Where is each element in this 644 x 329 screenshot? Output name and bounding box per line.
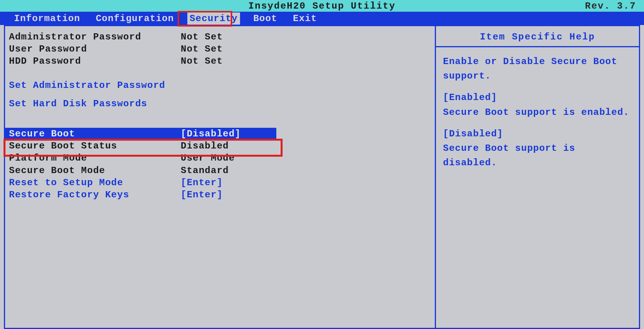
help-disabled-desc: Secure Boot support is disabled. — [443, 143, 575, 168]
secure-boot-status-value: Disabled — [181, 140, 229, 152]
secure-boot-status-label: Secure Boot Status — [9, 140, 181, 152]
main-panel: Administrator Password Not Set User Pass… — [5, 26, 436, 328]
secure-boot-mode-label: Secure Boot Mode — [9, 164, 181, 177]
link-set-hdd-passwords[interactable]: Set Hard Disk Passwords — [9, 98, 431, 110]
restore-factory-keys-value: [Enter] — [181, 189, 223, 201]
help-title: Item Specific Help — [436, 26, 639, 47]
row-platform-mode: Platform Mode User Mode — [9, 152, 431, 164]
tab-configuration[interactable]: Configuration — [93, 13, 176, 25]
row-admin-password: Administrator Password Not Set — [9, 31, 431, 43]
row-user-password: User Password Not Set — [9, 43, 431, 55]
set-hdd-passwords-label: Set Hard Disk Passwords — [9, 98, 181, 110]
set-admin-password-label: Set Administrator Password — [9, 79, 181, 91]
title-bar: InsydeH20 Setup Utility Rev. 3.7 — [0, 0, 644, 12]
revision-label: Rev. 3.7 — [585, 1, 644, 11]
help-body: Enable or Disable Secure Boot support. [… — [436, 47, 639, 184]
hdd-password-label: HDD Password — [9, 55, 181, 67]
user-password-label: User Password — [9, 43, 181, 55]
hdd-password-value: Not Set — [181, 55, 223, 67]
reset-setup-mode-label: Reset to Setup Mode — [9, 177, 181, 189]
admin-password-label: Administrator Password — [9, 31, 181, 43]
help-enabled: [Enabled] Secure Boot support is enabled… — [443, 90, 632, 119]
user-password-value: Not Set — [181, 43, 223, 55]
tab-exit[interactable]: Exit — [291, 13, 320, 25]
menu-bar: Information Configuration Security Boot … — [0, 12, 644, 25]
help-summary: Enable or Disable Secure Boot support. — [443, 54, 632, 83]
row-hdd-password: HDD Password Not Set — [9, 55, 431, 67]
admin-password-value: Not Set — [181, 31, 223, 43]
row-reset-setup-mode[interactable]: Reset to Setup Mode [Enter] — [9, 177, 431, 189]
secure-boot-mode-value: Standard — [181, 164, 229, 177]
help-disabled-label: [Disabled] — [443, 129, 503, 139]
secure-boot-label: Secure Boot — [9, 128, 181, 140]
restore-factory-keys-label: Restore Factory Keys — [9, 189, 181, 201]
content-area: Administrator Password Not Set User Pass… — [4, 25, 640, 329]
tab-boot[interactable]: Boot — [251, 13, 280, 25]
help-disabled: [Disabled] Secure Boot support is disabl… — [443, 127, 632, 170]
help-panel: Item Specific Help Enable or Disable Sec… — [436, 26, 639, 328]
help-enabled-label: [Enabled] — [443, 92, 497, 103]
row-secure-boot[interactable]: Secure Boot [Disabled] — [5, 128, 276, 140]
platform-mode-value: User Mode — [181, 152, 235, 164]
secure-boot-value: [Disabled] — [181, 128, 241, 140]
tab-security[interactable]: Security — [187, 13, 240, 25]
help-enabled-desc: Secure Boot support is enabled. — [443, 107, 629, 118]
row-secure-boot-status: Secure Boot Status Disabled — [9, 140, 431, 152]
link-set-admin-password[interactable]: Set Administrator Password — [9, 79, 431, 91]
app-title: InsydeH20 Setup Utility — [248, 1, 395, 11]
tab-information[interactable]: Information — [12, 13, 82, 25]
reset-setup-mode-value: [Enter] — [181, 177, 223, 189]
platform-mode-label: Platform Mode — [9, 152, 181, 164]
row-secure-boot-mode: Secure Boot Mode Standard — [9, 164, 431, 177]
row-restore-factory-keys[interactable]: Restore Factory Keys [Enter] — [9, 189, 431, 201]
